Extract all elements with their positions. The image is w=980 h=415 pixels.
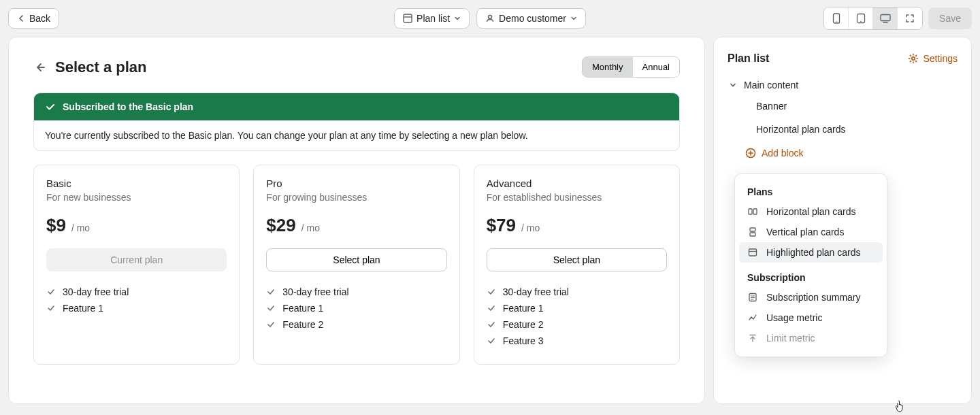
feature-list: 30-day free trialFeature 1	[46, 284, 227, 316]
feature-text: Feature 1	[63, 303, 103, 314]
svg-rect-10	[753, 209, 757, 214]
cursor-icon	[895, 400, 906, 412]
svg-point-1	[489, 16, 492, 19]
popover-item-label: Subscription summary	[766, 292, 861, 303]
feature-item: 30-day free trial	[266, 284, 446, 300]
check-icon	[266, 303, 276, 313]
banner-body: You're currently subscribed to the Basic…	[34, 120, 679, 150]
toggle-annual[interactable]: Annual	[633, 57, 679, 77]
settings-label: Settings	[923, 53, 958, 64]
plan-card: ProFor growing businesses$29/ moSelect p…	[253, 165, 459, 365]
device-tablet-button[interactable]	[849, 7, 873, 29]
device-desktop-button[interactable]	[873, 7, 898, 29]
fullscreen-icon	[905, 14, 915, 23]
select-plan-button[interactable]: Select plan	[487, 248, 667, 271]
feature-text: Feature 2	[503, 319, 544, 330]
check-icon	[487, 303, 496, 313]
main-content-label: Main content	[744, 80, 798, 90]
demo-customer-label: Demo customer	[499, 13, 566, 24]
popover-item-subscription-summary[interactable]: Subscription summary	[739, 287, 883, 308]
back-button[interactable]: Back	[8, 8, 59, 29]
check-icon	[46, 303, 56, 313]
select-plan-button[interactable]: Select plan	[266, 248, 446, 271]
sidebar-block-item[interactable]: Horizontal plan cards	[748, 118, 958, 141]
sidebar-title: Plan list	[728, 52, 769, 65]
svg-point-3	[836, 21, 837, 22]
subscription-banner: Subscribed to the Basic plan You're curr…	[33, 93, 680, 151]
highlighted-cards-icon	[747, 247, 758, 258]
check-icon	[46, 287, 56, 297]
editor-sidebar: Plan list Settings Main content BannerHo…	[713, 37, 972, 404]
horizontal-cards-icon	[747, 206, 758, 217]
plan-period: / mo	[521, 222, 540, 233]
mobile-icon	[832, 13, 840, 24]
popover-item-label: Vertical plan cards	[766, 227, 844, 237]
feature-text: 30-day free trial	[282, 286, 348, 297]
desktop-icon	[880, 14, 891, 23]
plan-card: BasicFor new businesses$9/ moCurrent pla…	[33, 165, 240, 365]
toggle-monthly[interactable]: Monthly	[583, 57, 633, 77]
summary-icon	[747, 292, 758, 303]
feature-text: Feature 1	[503, 303, 544, 314]
svg-rect-12	[750, 233, 755, 236]
popover-item-highlighted-plan-cards[interactable]: Highlighted plan cards	[739, 242, 883, 263]
sidebar-block-item[interactable]: Banner	[748, 95, 958, 118]
save-button[interactable]: Save	[928, 7, 972, 29]
plan-period: / mo	[301, 222, 320, 233]
plan-price: $9	[46, 215, 66, 236]
feature-text: Feature 2	[282, 319, 323, 330]
popover-plans-label: Plans	[739, 182, 883, 201]
svg-point-7	[912, 57, 915, 60]
popover-subscription-label: Subscription	[739, 268, 883, 287]
feature-item: 30-day free trial	[487, 284, 667, 300]
gear-icon	[908, 53, 919, 64]
feature-text: Feature 1	[282, 303, 323, 314]
limit-icon	[747, 333, 758, 344]
demo-customer-dropdown[interactable]: Demo customer	[476, 8, 586, 29]
chevron-left-icon	[17, 14, 25, 22]
svg-rect-0	[404, 14, 412, 22]
check-icon	[487, 287, 496, 297]
add-block-button[interactable]: Add block	[729, 141, 958, 159]
plan-period: / mo	[71, 222, 90, 233]
popover-item-label: Usage metric	[766, 312, 822, 323]
check-icon	[266, 287, 276, 297]
device-preview-group	[823, 7, 923, 30]
add-block-label: Add block	[762, 148, 803, 159]
plan-price: $29	[266, 215, 295, 236]
plan-description: For new businesses	[46, 192, 227, 203]
feature-item: Feature 1	[487, 300, 667, 316]
check-icon	[266, 320, 276, 329]
popover-item-vertical-plan-cards[interactable]: Vertical plan cards	[739, 222, 883, 242]
plan-description: For established businesses	[487, 192, 667, 203]
feature-item: 30-day free trial	[46, 284, 227, 300]
plan-name: Basic	[46, 178, 227, 189]
plan-name: Pro	[266, 178, 446, 189]
main-content-accordion[interactable]: Main content	[729, 76, 958, 95]
current-plan-button: Current plan	[46, 248, 227, 271]
svg-rect-9	[749, 209, 752, 214]
device-mobile-button[interactable]	[824, 7, 849, 29]
check-icon	[487, 320, 496, 329]
plan-list-dropdown[interactable]: Plan list	[394, 8, 470, 29]
settings-link[interactable]: Settings	[908, 53, 958, 64]
feature-list: 30-day free trialFeature 1Feature 2	[266, 284, 446, 333]
tablet-icon	[856, 13, 866, 24]
arrow-left-icon[interactable]	[33, 61, 46, 73]
plan-grid: BasicFor new businesses$9/ moCurrent pla…	[33, 165, 680, 365]
feature-item: Feature 3	[487, 333, 667, 349]
check-icon	[45, 101, 56, 112]
popover-item-horizontal-plan-cards[interactable]: Horizontal plan cards	[739, 201, 883, 222]
user-icon	[485, 14, 495, 23]
vertical-cards-icon	[747, 227, 758, 237]
plan-list-label: Plan list	[416, 13, 450, 24]
chevron-down-icon	[729, 81, 737, 89]
svg-rect-13	[749, 249, 757, 256]
back-label: Back	[29, 13, 50, 24]
feature-list: 30-day free trialFeature 1Feature 2Featu…	[487, 284, 667, 349]
device-fullscreen-button[interactable]	[898, 7, 922, 29]
svg-rect-11	[750, 228, 755, 231]
usage-icon	[747, 312, 758, 323]
popover-item-usage-metric[interactable]: Usage metric	[739, 308, 883, 328]
chevron-down-icon	[570, 15, 577, 22]
